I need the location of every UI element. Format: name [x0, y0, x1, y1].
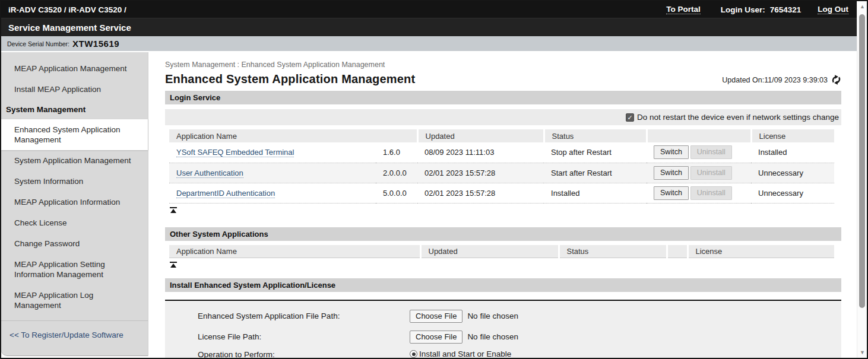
refresh-icon[interactable]: [831, 75, 841, 85]
updated-on-text: Updated On:11/09 2023 9:39:03: [722, 76, 828, 84]
operation-radio-group: Install and Start or Enable Only Install: [410, 347, 511, 358]
app-version: 1.6.0: [376, 142, 417, 163]
table-row: DepartmentID Authentication 5.0.0.0 02/0…: [169, 183, 834, 203]
restart-checkbox-row: Do not restart the device even if networ…: [165, 109, 841, 125]
sidebar-item-meap-application-information[interactable]: MEAP Application Information: [1, 192, 148, 212]
sidebar-item-check-license[interactable]: Check License: [1, 212, 148, 233]
app-status: Stop after Restart: [544, 142, 647, 163]
uninstall-button[interactable]: Uninstall: [690, 166, 732, 180]
install-form: Enhanced System Application File Path: C…: [165, 300, 841, 358]
sidebar-item-system-information[interactable]: System Information: [1, 171, 148, 192]
app-title-bar: Service Management Service: [1, 18, 857, 36]
sidebar-item-meap-application-log-management[interactable]: MEAP Application Log Management: [1, 285, 148, 316]
app-updated: 08/09 2023 11:11:03: [417, 142, 544, 163]
col-actions: [667, 245, 688, 258]
app-file-path-label: Enhanced System Application File Path:: [198, 312, 410, 320]
uninstall-button[interactable]: Uninstall: [690, 186, 732, 200]
col-application-name: Application Name: [169, 245, 420, 258]
vertical-scrollbar[interactable]: ▲ ▼: [857, 1, 867, 358]
form-row-operation: Operation to Perform: Install and Start …: [198, 347, 841, 358]
login-service-table: Application Name Updated Status License …: [169, 129, 834, 204]
col-actions: [647, 129, 751, 142]
app-status: Installed: [544, 183, 647, 203]
updated-on: Updated On:11/09 2023 9:39:03: [722, 75, 841, 86]
content: System Management : Enhanced System Appl…: [148, 52, 857, 358]
switch-button[interactable]: Switch: [654, 145, 689, 159]
operation-label: Operation to Perform:: [198, 347, 410, 358]
sidebar-header-system-management: System Management: [1, 100, 148, 119]
sms-window: iR-ADV C3520 / iR-ADV C3520 / To Portal …: [0, 0, 868, 359]
license-file-path-label: License File Path:: [198, 332, 410, 341]
app-license: Unnecessary: [751, 163, 834, 183]
app-file-status: No file chosen: [467, 312, 518, 320]
to-register-update-software-link[interactable]: << To Register/Update Software: [1, 321, 148, 345]
body: MEAP Application Management Install MEAP…: [1, 51, 857, 358]
login-user-label: Login User:: [721, 5, 765, 14]
scrollbar-up-arrow[interactable]: ▲: [857, 4, 867, 9]
app-link-user-authentication[interactable]: User Authentication: [176, 169, 243, 178]
breadcrumb: System Management : Enhanced System Appl…: [165, 61, 841, 69]
app-link-departmentid-authentication[interactable]: DepartmentID Authentication: [176, 189, 275, 198]
sidebar-item-enhanced-system-application-management[interactable]: Enhanced System Application Management: [1, 119, 148, 150]
app-updated: 02/01 2023 15:57:28: [417, 163, 544, 183]
choose-file-button-license[interactable]: Choose File: [410, 331, 462, 344]
table-header-row: Application Name Updated Status License: [169, 129, 834, 142]
sidebar: MEAP Application Management Install MEAP…: [1, 52, 148, 356]
page-title: Enhanced System Application Management: [165, 72, 415, 86]
table-header-row: Application Name Updated Status License: [169, 245, 834, 258]
col-updated: Updated: [417, 129, 544, 142]
login-service-heading: Login Service: [165, 91, 841, 104]
table-row: YSoft SAFEQ Embedded Terminal 1.6.0 08/0…: [169, 142, 834, 163]
login-user-value: 7654321: [770, 5, 802, 14]
log-out-link[interactable]: Log Out: [818, 5, 848, 14]
install-section-heading: Install Enhanced System Application/Lice…: [165, 278, 841, 292]
uninstall-button[interactable]: Uninstall: [690, 145, 732, 159]
other-system-applications-table: Application Name Updated Status License: [169, 245, 834, 259]
login-user: Login User:7654321: [721, 5, 802, 14]
radio-install-and-start[interactable]: Install and Start or Enable: [410, 350, 511, 358]
col-status: Status: [559, 245, 667, 258]
sidebar-item-meap-application-management[interactable]: MEAP Application Management: [1, 58, 148, 79]
col-updated: Updated: [420, 245, 559, 258]
choose-file-button-app[interactable]: Choose File: [410, 310, 462, 323]
top-bar: iR-ADV C3520 / iR-ADV C3520 / To Portal …: [1, 1, 857, 18]
radio-label: Install and Start or Enable: [419, 350, 511, 358]
serial-value: XTW15619: [72, 39, 119, 49]
switch-button[interactable]: Switch: [654, 186, 689, 200]
do-not-restart-checkbox[interactable]: [626, 113, 634, 122]
table-row: User Authentication 2.0.0.0 02/01 2023 1…: [169, 163, 834, 183]
other-system-applications-heading: Other System Applications: [165, 227, 841, 241]
serial-bar: Device Serial Number: XTW15619: [1, 36, 857, 51]
scroll-to-top-icon[interactable]: [170, 262, 177, 268]
col-application-name: Application Name: [169, 129, 417, 142]
sidebar-item-system-application-management[interactable]: System Application Management: [1, 150, 148, 171]
form-row-license-file-path: License File Path: Choose File No file c…: [198, 326, 841, 347]
scrollbar-thumb[interactable]: [859, 14, 865, 308]
sidebar-item-install-meap-application[interactable]: Install MEAP Application: [1, 79, 148, 100]
form-row-app-file-path: Enhanced System Application File Path: C…: [198, 306, 841, 326]
app-version: 5.0.0.0: [376, 183, 417, 203]
sidebar-item-meap-application-setting-information-management[interactable]: MEAP Application Setting Information Man…: [1, 254, 148, 285]
col-license: License: [688, 245, 834, 258]
app-link-ysoft-safeq[interactable]: YSoft SAFEQ Embedded Terminal: [176, 148, 294, 157]
app-title: Service Management Service: [8, 23, 131, 33]
to-portal-link[interactable]: To Portal: [666, 5, 701, 14]
app-license: Installed: [751, 142, 834, 163]
app-updated: 02/01 2023 15:57:28: [417, 183, 544, 203]
radio-selected-icon: [410, 350, 417, 358]
main-column: iR-ADV C3520 / iR-ADV C3520 / To Portal …: [1, 1, 857, 358]
app-status: Start after Restart: [544, 163, 647, 183]
app-version: 2.0.0.0: [376, 163, 417, 183]
device-title: iR-ADV C3520 / iR-ADV C3520 /: [8, 5, 126, 14]
serial-label: Device Serial Number:: [7, 40, 69, 47]
scroll-to-top-icon[interactable]: [170, 207, 177, 213]
do-not-restart-label: Do not restart the device even if networ…: [637, 113, 839, 122]
app-license: Unnecessary: [751, 183, 834, 203]
title-row: Enhanced System Application Management U…: [165, 72, 841, 91]
col-status: Status: [544, 129, 647, 142]
license-file-status: No file chosen: [467, 332, 518, 341]
switch-button[interactable]: Switch: [654, 166, 689, 180]
sidebar-item-change-password[interactable]: Change Password: [1, 233, 148, 254]
scrollbar-down-arrow[interactable]: ▼: [857, 350, 867, 355]
col-license: License: [751, 129, 834, 142]
